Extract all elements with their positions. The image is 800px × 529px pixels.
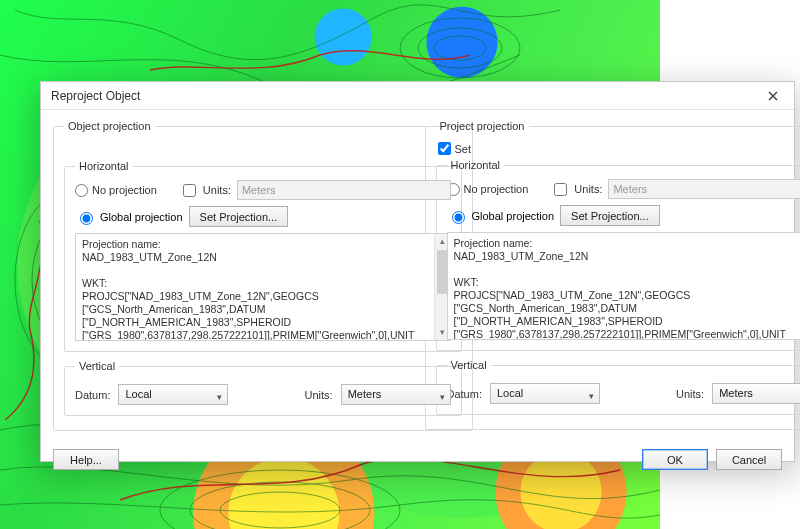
global-projection-radio[interactable] <box>80 212 93 225</box>
dialog-footer: Help... OK Cancel <box>41 445 794 480</box>
close-button[interactable] <box>758 85 788 107</box>
global-projection-radio-label[interactable]: Global projection <box>447 208 555 224</box>
svg-point-4 <box>190 482 370 529</box>
ok-button[interactable]: OK <box>642 449 708 470</box>
set-checkbox-row[interactable]: Set <box>438 142 801 155</box>
svg-point-1 <box>418 28 502 68</box>
object-horizontal-group: Horizontal No projection Units: Meters <box>64 160 462 352</box>
project-vertical-legend: Vertical <box>447 359 491 371</box>
set-checkbox-label: Set <box>455 143 472 155</box>
object-projection-legend: Object projection <box>64 120 155 132</box>
project-projection-column: Project projection Set Horizontal No pro… <box>425 120 783 439</box>
units-checkbox[interactable] <box>554 183 567 196</box>
projection-info-box: Projection name: NAD_1983_UTM_Zone_12N W… <box>75 233 451 341</box>
units-checkbox[interactable] <box>183 184 196 197</box>
units-checkbox-label[interactable]: Units: <box>179 181 231 200</box>
datum-label: Datum: <box>447 388 482 400</box>
vertical-units-label: Units: <box>676 388 704 400</box>
units-dropdown[interactable]: Meters <box>237 180 451 200</box>
no-projection-radio-label[interactable]: No projection <box>447 183 529 196</box>
object-vertical-legend: Vertical <box>75 360 119 372</box>
projection-info-box: Projection name: NAD_1983_UTM_Zone_12N W… <box>447 232 801 340</box>
project-projection-group: Project projection Set Horizontal No pro… <box>425 120 801 430</box>
project-projection-legend: Project projection <box>436 120 529 132</box>
set-checkbox[interactable] <box>438 142 451 155</box>
project-horizontal-legend: Horizontal <box>447 159 505 171</box>
dialog-titlebar: Reproject Object <box>41 82 794 110</box>
reproject-object-dialog: Reproject Object Object projection Horiz… <box>40 81 795 462</box>
global-projection-radio-label[interactable]: Global projection <box>75 209 183 225</box>
vertical-units-label: Units: <box>305 389 333 401</box>
help-button[interactable]: Help... <box>53 449 119 470</box>
project-vertical-group: Vertical Datum: Local Units: Meters <box>436 359 801 415</box>
object-projection-group: Object projection Horizontal No projecti… <box>53 120 473 431</box>
no-projection-radio[interactable] <box>75 184 88 197</box>
set-projection-button[interactable]: Set Projection... <box>189 206 289 227</box>
object-projection-column: Object projection Horizontal No projecti… <box>53 120 411 439</box>
datum-label: Datum: <box>75 389 110 401</box>
svg-point-2 <box>434 36 486 60</box>
set-projection-button[interactable]: Set Projection... <box>560 205 660 226</box>
datum-dropdown[interactable]: Local <box>490 383 600 404</box>
dialog-title: Reproject Object <box>51 82 758 110</box>
object-horizontal-legend: Horizontal <box>75 160 133 172</box>
units-checkbox-label[interactable]: Units: <box>550 180 602 199</box>
svg-point-5 <box>220 492 340 528</box>
global-projection-radio[interactable] <box>452 211 465 224</box>
object-vertical-group: Vertical Datum: Local Units: Meters <box>64 360 462 416</box>
no-projection-radio-label[interactable]: No projection <box>75 184 157 197</box>
vertical-units-dropdown[interactable]: Meters <box>341 384 451 405</box>
datum-dropdown[interactable]: Local <box>118 384 228 405</box>
dialog-body: Object projection Horizontal No projecti… <box>41 110 794 445</box>
project-horizontal-group: Horizontal No projection Units: Meters <box>436 159 801 351</box>
vertical-units-dropdown[interactable]: Meters <box>712 383 800 404</box>
cancel-button[interactable]: Cancel <box>716 449 782 470</box>
units-dropdown[interactable]: Meters <box>608 179 800 199</box>
